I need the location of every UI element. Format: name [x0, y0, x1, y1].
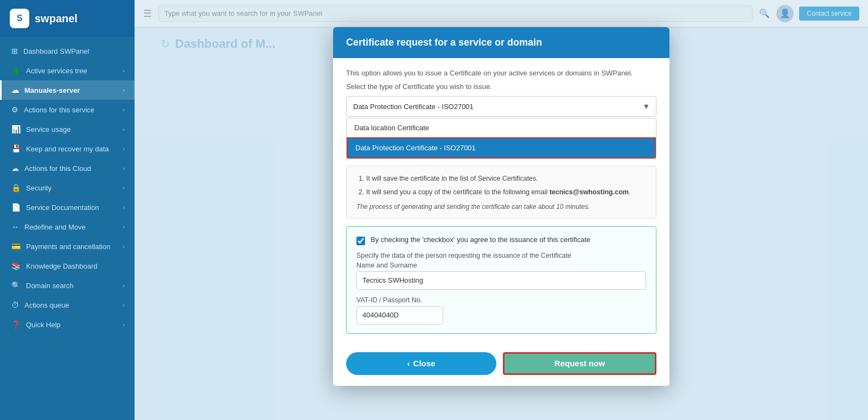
info-item-1: It will save the certificate in the list…: [366, 174, 646, 184]
checkbox-label: By checking the 'checkbox' you agree to …: [371, 236, 590, 244]
logo-text: swpanel: [35, 12, 78, 25]
modal-backdrop: Certificate request for a service or dom…: [135, 0, 868, 420]
form-title: Specify the data of the person requestin…: [356, 252, 646, 259]
sidebar-item-label: Actions for this service: [24, 106, 94, 114]
sidebar-item-actions-for-this-service[interactable]: ⚙ Actions for this service ›: [0, 100, 135, 119]
sidebar-item-actions-for-this-cloud[interactable]: ☁ Actions for this Cloud ›: [0, 158, 135, 178]
sidebar-item-actions-queue[interactable]: ⏱ Actions queue ›: [0, 295, 135, 315]
sidebar-item-quick-help[interactable]: ❓ Quick Help ›: [0, 315, 135, 334]
chevron-right-icon: ›: [123, 126, 125, 132]
nav-icon: ❓: [11, 320, 21, 329]
info-section: It will save the certificate in the list…: [346, 166, 656, 219]
modal-footer: ‹ Close Request now: [333, 345, 669, 386]
sidebar-item-keep-and-recover-my-data[interactable]: 💾 Keep and recover my data ›: [0, 139, 135, 158]
chevron-right-icon: ›: [123, 184, 125, 191]
modal-header: Certificate request for a service or dom…: [333, 27, 669, 58]
sidebar-item-knowledge-dashboard[interactable]: 📚 Knowledge Dashboard: [0, 256, 135, 276]
sidebar-item-label: Knowledge Dashboard: [26, 262, 98, 270]
sidebar-item-label: Actions for this Cloud: [24, 164, 91, 173]
vat-input[interactable]: [356, 306, 443, 324]
chevron-right-icon: ›: [123, 321, 125, 328]
sidebar-item-dashboard-swpanel[interactable]: ⊞ Dashboard SWPanel: [0, 41, 135, 61]
dropdown-option-data-location[interactable]: Data location Certificate: [347, 118, 656, 137]
sidebar-item-label: Redefine and Move: [24, 223, 86, 231]
sidebar-item-security[interactable]: 🔒 Security ›: [0, 178, 135, 198]
chevron-right-icon: ›: [123, 224, 125, 230]
checkbox-row: By checking the 'checkbox' you agree to …: [356, 236, 646, 245]
sidebar-item-label: Keep and recover my data: [26, 145, 108, 153]
sidebar-logo: S swpanel: [0, 0, 135, 37]
agreement-checkbox[interactable]: [356, 237, 365, 245]
chevron-right-icon: ›: [123, 204, 125, 211]
chevron-right-icon: ›: [123, 165, 125, 171]
sidebar-item-label: Active services tree: [26, 67, 87, 75]
nav-icon: 📚: [11, 262, 21, 270]
nav-icon: 🌲: [11, 66, 21, 75]
certificate-modal: Certificate request for a service or dom…: [333, 27, 669, 386]
sidebar-item-domain-search[interactable]: 🔍 Domain search ›: [0, 276, 135, 295]
chevron-right-icon: ›: [123, 282, 125, 289]
name-input[interactable]: [356, 271, 646, 290]
nav-icon: 💳: [11, 242, 21, 251]
logo-icon: S: [10, 9, 29, 28]
chevron-right-icon: ›: [123, 243, 125, 250]
nav-icon: ⏱: [11, 301, 19, 309]
modal-body: This option allows you to issue a Certif…: [333, 58, 669, 345]
chevron-right-icon: ›: [123, 67, 125, 74]
nav-icon: 📄: [11, 203, 21, 212]
dropdown-option-iso27001[interactable]: Data Protection Certificate - ISO27001: [347, 137, 656, 158]
nav-icon: 🔍: [11, 281, 21, 290]
info-list: It will save the certificate in the list…: [356, 174, 646, 198]
request-now-button[interactable]: Request now: [503, 352, 656, 375]
nav-icon: ☁: [11, 164, 19, 173]
nav-icon: ⊞: [11, 47, 18, 55]
sidebar-nav: ⊞ Dashboard SWPanel 🌲 Active services tr…: [0, 37, 135, 420]
sidebar-item-label: Domain search: [26, 282, 73, 290]
chevron-right-icon: ›: [123, 302, 125, 308]
sidebar-item-label: Manuales-server: [24, 86, 80, 94]
sidebar: S swpanel ⊞ Dashboard SWPanel 🌲 Active s…: [0, 0, 135, 420]
chevron-right-icon: ›: [123, 106, 125, 113]
sidebar-item-service-usage[interactable]: 📊 Service usage ›: [0, 119, 135, 139]
nav-icon: 💾: [11, 144, 21, 153]
modal-subtitle: Select the type of Certificate you wish …: [346, 82, 656, 91]
info-note: The process of generating and sending th…: [356, 203, 646, 211]
name-label: Name and Surname: [356, 262, 646, 269]
nav-icon: ⚙: [11, 105, 18, 114]
sidebar-item-active-services-tree[interactable]: 🌲 Active services tree ›: [0, 61, 135, 80]
certificate-type-wrapper: Data Protection Certificate - ISO27001 D…: [346, 96, 656, 117]
modal-description: This option allows you to issue a Certif…: [346, 69, 656, 77]
checkbox-section: By checking the 'checkbox' you agree to …: [346, 226, 656, 334]
sidebar-item-payments-and-cancellation[interactable]: 💳 Payments and cancellation ›: [0, 237, 135, 256]
nav-icon: 📊: [11, 125, 21, 133]
sidebar-item-service-documentation[interactable]: 📄 Service Documentation ›: [0, 198, 135, 217]
nav-icon: ☁: [11, 86, 19, 94]
sidebar-item-label: Dashboard SWPanel: [23, 47, 89, 55]
certificate-type-select[interactable]: Data Protection Certificate - ISO27001 D…: [346, 96, 656, 117]
sidebar-item-label: Payments and cancellation: [26, 243, 110, 251]
modal-title: Certificate request for a service or dom…: [346, 37, 542, 48]
dropdown-list: Data location Certificate Data Protectio…: [346, 118, 656, 159]
nav-icon: 🔒: [11, 183, 21, 192]
sidebar-item-label: Actions queue: [24, 301, 69, 309]
info-item-2: It will send you a copy of the certifica…: [366, 187, 646, 198]
chevron-right-icon: ›: [123, 87, 125, 93]
main-content: ☰ 🔍 👤 Contact service ↻ Dashboard of M..…: [135, 0, 868, 420]
chevron-right-icon: ›: [123, 145, 125, 152]
nav-icon: ↔: [11, 222, 19, 231]
sidebar-item-label: Security: [26, 184, 52, 192]
sidebar-item-manuales-server[interactable]: ☁ Manuales-server ›: [0, 80, 135, 100]
vat-label: VAT-ID / Passport No.: [356, 296, 646, 304]
sidebar-item-label: Service Documentation: [26, 203, 99, 212]
sidebar-item-label: Quick Help: [26, 321, 61, 329]
close-chevron-icon: ‹: [407, 359, 410, 368]
sidebar-item-label: Service usage: [26, 125, 71, 133]
close-button[interactable]: ‹ Close: [346, 352, 496, 375]
sidebar-item-redefine-and-move[interactable]: ↔ Redefine and Move ›: [0, 217, 135, 237]
